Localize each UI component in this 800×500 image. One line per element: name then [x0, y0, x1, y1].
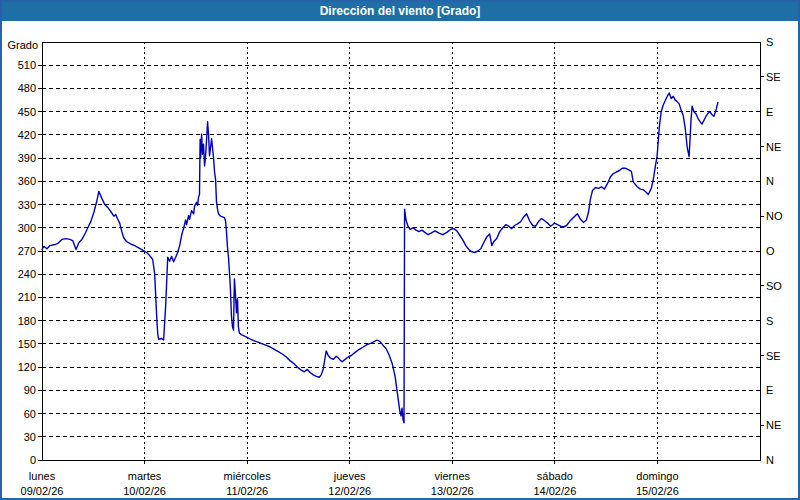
- y-axis-tick-label: 300: [18, 222, 36, 234]
- x-axis-date-label: 11/02/26: [226, 485, 268, 497]
- chart-canvas: 0306090120150180210240270300330360390420…: [2, 2, 798, 498]
- y-axis-tick-label: 150: [18, 338, 36, 350]
- x-axis-day-label: viernes: [435, 470, 471, 482]
- wind-direction-chart: 0306090120150180210240270300330360390420…: [2, 2, 798, 498]
- x-axis-day-label: sábado: [537, 470, 573, 482]
- x-axis-date-label: 12/02/26: [328, 485, 371, 497]
- y-axis-tick-label: 60: [24, 408, 36, 420]
- y-axis-tick-label: 390: [18, 152, 36, 164]
- x-axis-day-label: miércoles: [224, 470, 272, 482]
- compass-label: N: [766, 454, 774, 466]
- title-bar: Dirección del viento [Grado]: [2, 2, 798, 21]
- y-axis-tick-label: 120: [18, 361, 36, 373]
- y-axis-title: Grado: [7, 39, 38, 51]
- compass-label: E: [766, 384, 773, 396]
- compass-label: SE: [766, 350, 781, 362]
- y-axis-tick-label: 240: [18, 268, 36, 280]
- compass-label: S: [766, 36, 773, 48]
- x-axis-day-label: jueves: [333, 470, 366, 482]
- y-axis-tick-label: 0: [30, 454, 36, 466]
- x-axis-day-label: domingo: [636, 470, 678, 482]
- y-axis-tick-label: 180: [18, 315, 36, 327]
- y-axis-tick-label: 420: [18, 129, 36, 141]
- x-axis-date-label: 14/02/26: [533, 485, 576, 497]
- compass-label: NO: [766, 210, 783, 222]
- y-axis-tick-label: 450: [18, 106, 36, 118]
- y-axis-tick-label: 30: [24, 431, 36, 443]
- x-axis-day-label: martes: [128, 470, 162, 482]
- x-axis-date-label: 13/02/26: [431, 485, 474, 497]
- compass-label: NE: [766, 419, 781, 431]
- compass-label: N: [766, 175, 774, 187]
- chart-title: Dirección del viento [Grado]: [320, 4, 481, 18]
- x-axis-date-label: 15/02/26: [636, 485, 679, 497]
- x-axis-date-label: 09/02/26: [21, 485, 64, 497]
- y-axis-tick-label: 210: [18, 291, 36, 303]
- compass-label: SO: [766, 280, 782, 292]
- y-axis-tick-label: 90: [24, 384, 36, 396]
- y-axis-tick-label: 480: [18, 82, 36, 94]
- y-axis-tick-label: 510: [18, 59, 36, 71]
- app-window: 0306090120150180210240270300330360390420…: [0, 0, 800, 500]
- compass-label: S: [766, 315, 773, 327]
- compass-label: SE: [766, 71, 781, 83]
- compass-label: NE: [766, 141, 781, 153]
- x-axis-day-label: lunes: [29, 470, 56, 482]
- x-axis-date-label: 10/02/26: [123, 485, 166, 497]
- wind-direction-line: [42, 93, 718, 423]
- y-axis-tick-label: 270: [18, 245, 36, 257]
- y-axis-tick-label: 360: [18, 175, 36, 187]
- compass-label: E: [766, 106, 773, 118]
- y-axis-tick-label: 330: [18, 199, 36, 211]
- compass-label: O: [766, 245, 775, 257]
